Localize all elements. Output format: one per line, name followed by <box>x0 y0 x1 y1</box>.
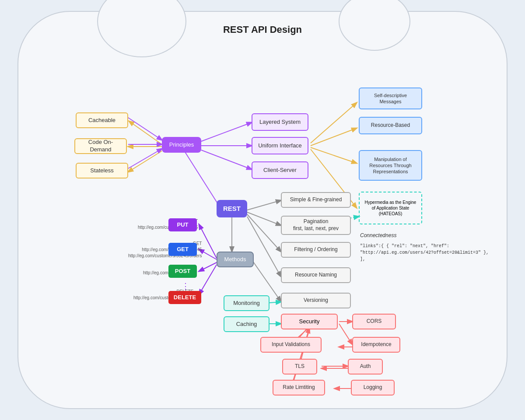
resource-naming-node: Resource Naming <box>281 267 351 283</box>
idempotence-node: Idempotence <box>352 337 400 353</box>
security-node: Security <box>281 314 338 329</box>
cors-node: CORS <box>352 314 396 329</box>
rate-limiting-node: Rate Limtiting <box>273 380 325 396</box>
svg-line-11 <box>311 103 357 143</box>
svg-line-23 <box>339 324 352 344</box>
client-server-node: Client-Server <box>252 161 308 179</box>
svg-line-2 <box>129 121 162 144</box>
self-descriptive-node: Self-descriptive Messages <box>359 88 422 109</box>
page-title: REST API Design <box>223 24 302 35</box>
versioning-node: Versioning <box>281 293 351 308</box>
stateless-node: Stateless <box>76 163 128 178</box>
connectedness-label: Connectedness <box>360 232 396 238</box>
auth-node: Auth <box>348 359 383 374</box>
put-button[interactable]: PUT <box>168 218 197 231</box>
delete-button[interactable]: DELETE <box>168 291 201 304</box>
svg-line-12 <box>311 128 357 146</box>
tls-node: TLS <box>282 359 317 374</box>
methods-node: Methods <box>217 252 254 267</box>
resource-based-node: Resource-Based <box>359 117 422 134</box>
monitoring-node: Monitoring <box>224 295 270 311</box>
svg-line-10 <box>201 150 252 169</box>
svg-line-0 <box>182 147 221 209</box>
svg-line-8 <box>201 122 252 141</box>
code-on-demand-node: Code On-Demand <box>74 138 127 154</box>
filtering-node: Filtering / Ordering <box>281 242 351 258</box>
svg-line-15 <box>247 200 281 210</box>
get-button[interactable]: GET <box>168 243 197 256</box>
svg-line-35 <box>199 262 217 271</box>
input-validations-node: Input Validations <box>260 337 322 353</box>
svg-line-13 <box>311 147 357 163</box>
uniform-interface-node: Uniform Interface <box>252 137 308 154</box>
svg-line-16 <box>247 212 281 225</box>
svg-line-7 <box>128 149 162 168</box>
hateoas-node: Hypermedia as the Engine of Application … <box>359 192 422 224</box>
layered-system-node: Layered System <box>252 113 308 131</box>
svg-line-3 <box>127 117 162 140</box>
rest-node: REST <box>217 200 247 217</box>
svg-line-18 <box>247 217 281 276</box>
simple-fine-node: Simple & Fine-grained <box>281 192 351 208</box>
cacheable-node: Cacheable <box>76 112 128 128</box>
cloud-container: REST API Design <box>18 11 508 409</box>
diagram: REST API Design <box>33 20 492 400</box>
logging-node: Logging <box>351 380 395 396</box>
caching-node: Caching <box>224 316 270 332</box>
post-button[interactable]: POST <box>168 265 197 278</box>
pagination-node: Pagination first, last, next, prev <box>281 216 351 235</box>
manipulation-node: Manipulation of Resources Through Repres… <box>359 150 422 181</box>
svg-line-17 <box>247 214 281 252</box>
code-block: "links":{ { "rel": "next", "href": "http… <box>360 243 492 262</box>
svg-line-36 <box>199 265 217 294</box>
principles-node: Principles <box>162 137 201 153</box>
svg-line-6 <box>128 151 162 172</box>
